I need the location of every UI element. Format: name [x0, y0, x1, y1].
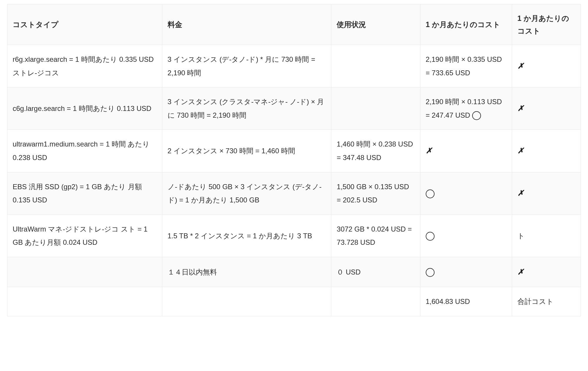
col-cost-type: コストタイプ — [7, 4, 162, 45]
cell-monthly-b: ✗ — [512, 172, 581, 214]
table-row: 1,604.83 USD合計コスト — [7, 287, 581, 316]
cell-rate: 3 インスタンス (クラスタ-マネ-ジャ- ノ-ド) × 月に 730 時間 =… — [162, 87, 331, 130]
cell-cost-type: r6g.xlarge.search = 1 時間あたり 0.335 USD スト… — [7, 45, 162, 87]
x-mark-icon: ✗ — [517, 61, 524, 70]
x-mark-icon: ✗ — [517, 189, 524, 197]
cell-cost-type — [7, 257, 162, 287]
cell-usage — [331, 287, 420, 316]
col-usage: 使用状況 — [331, 4, 420, 45]
cell-monthly-a: 1,604.83 USD — [420, 287, 512, 316]
x-mark-icon: ✗ — [517, 104, 524, 113]
cell-usage: 1,460 時間 × 0.238 USD = 347.48 USD — [331, 130, 420, 172]
cell-monthly-b: ✗ — [512, 87, 581, 130]
cell-monthly-b: ✗ — [512, 45, 581, 87]
cell-rate — [162, 287, 331, 316]
table-row: r6g.xlarge.search = 1 時間あたり 0.335 USD スト… — [7, 45, 581, 87]
cell-usage — [331, 45, 420, 87]
circle-icon — [426, 189, 435, 198]
table-row: c6g.large.search = 1 時間あたり 0.113 USD3 イン… — [7, 87, 581, 130]
cell-monthly-a — [420, 214, 512, 257]
cell-monthly-a: ✗ — [420, 130, 512, 172]
cell-monthly-b: ✗ — [512, 130, 581, 172]
cell-usage: 3072 GB * 0.024 USD = 73.728 USD — [331, 214, 420, 257]
cell-rate: ノ-ドあたり 500 GB × 3 インスタンス (デ-タノ-ド) = 1 か月… — [162, 172, 331, 214]
x-mark-icon: ✗ — [426, 146, 432, 155]
cell-cost-type: c6g.large.search = 1 時間あたり 0.113 USD — [7, 87, 162, 130]
cell-usage: ０ USD — [331, 257, 420, 287]
table-row: UltraWarm マネ-ジドストレ-ジコ スト = 1 GB あたり月額 0.… — [7, 214, 581, 257]
cell-cost-type: ultrawarm1.medium.search = 1 時間 あたり 0.23… — [7, 130, 162, 172]
cell-usage — [331, 87, 420, 130]
cell-monthly-a — [420, 257, 512, 287]
cell-rate: 2 インスタンス × 730 時間 = 1,460 時間 — [162, 130, 331, 172]
circle-icon — [472, 111, 481, 120]
cell-rate: １４日以内無料 — [162, 257, 331, 287]
cell-cost-type — [7, 287, 162, 316]
col-monthly-b: 1 か月あたりのコスト — [512, 4, 581, 45]
cell-monthly-b: ト — [512, 214, 581, 257]
cell-monthly-a: 2,190 時間 × 0.335 USD = 733.65 USD — [420, 45, 512, 87]
cell-cost-type: EBS 汎用 SSD (gp2) = 1 GB あたり 月額 0.135 USD — [7, 172, 162, 214]
circle-icon — [426, 268, 435, 277]
cell-cost-type: UltraWarm マネ-ジドストレ-ジコ スト = 1 GB あたり月額 0.… — [7, 214, 162, 257]
cell-usage: 1,500 GB × 0.135 USD = 202.5 USD — [331, 172, 420, 214]
cost-breakdown-table: コストタイプ 料金 使用状況 1 か月あたりのコスト 1 か月あたりのコスト r… — [7, 4, 581, 316]
cell-monthly-a — [420, 172, 512, 214]
x-mark-icon: ✗ — [517, 146, 524, 155]
col-monthly-a: 1 か月あたりのコスト — [420, 4, 512, 45]
cell-monthly-b: ✗ — [512, 257, 581, 287]
cell-monthly-a: 2,190 時間 × 0.113 USD = 247.47 USD — [420, 87, 512, 130]
table-row: EBS 汎用 SSD (gp2) = 1 GB あたり 月額 0.135 USD… — [7, 172, 581, 214]
table-row: １４日以内無料０ USD✗ — [7, 257, 581, 287]
x-mark-icon: ✗ — [517, 267, 524, 276]
cell-rate: 1.5 TB * 2 インスタンス = 1 か月あたり 3 TB — [162, 214, 331, 257]
circle-icon — [426, 232, 435, 241]
table-row: ultrawarm1.medium.search = 1 時間 あたり 0.23… — [7, 130, 581, 172]
cell-monthly-b: 合計コスト — [512, 287, 581, 316]
table-header-row: コストタイプ 料金 使用状況 1 か月あたりのコスト 1 か月あたりのコスト — [7, 4, 581, 45]
cell-rate: 3 インスタンス (デ-タノ-ド) * 月に 730 時間 = 2,190 時間 — [162, 45, 331, 87]
col-rate: 料金 — [162, 4, 331, 45]
